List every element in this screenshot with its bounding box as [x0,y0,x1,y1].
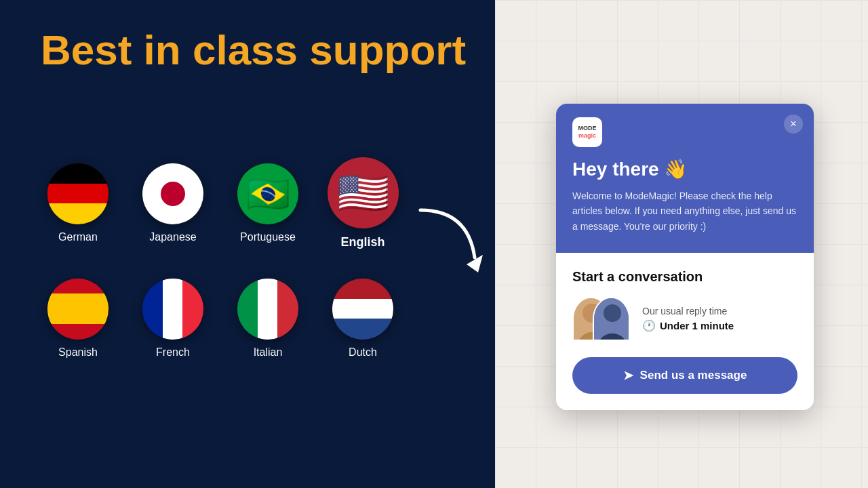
lang-item-italian[interactable]: Italian [224,264,312,373]
agent-avatar-2 [593,297,630,341]
send-button-label: Send us a message [640,369,747,382]
lang-label-spanish: Spanish [58,346,98,359]
lang-label-portuguese: Portuguese [240,231,296,243]
clock-icon: 🕐 [642,319,656,332]
flag-portuguese: 🇧🇷 [237,163,298,224]
svg-point-5 [604,304,621,322]
send-icon: ➤ [623,368,633,383]
reply-time-label: Our usual reply time [642,306,797,317]
lang-item-dutch[interactable]: Dutch [319,264,407,373]
flag-french [142,279,203,340]
chat-brand: MODEmagic [572,117,797,147]
send-message-button[interactable]: ➤ Send us a message [572,357,797,394]
lang-label-french: French [156,346,190,359]
flag-spanish [47,279,108,340]
lang-item-english[interactable]: 🇺🇸 English [319,149,407,258]
title-accent: support [309,26,466,73]
chat-greeting: Hey there 👋 [572,158,797,180]
chat-widget: MODEmagic × Hey there 👋 Welcome to ModeM… [556,104,814,410]
agent-reply-info: Our usual reply time 🕐 Under 1 minute [642,306,797,332]
flag-dutch [332,279,393,340]
language-grid: German Japanese 🇧🇷 Portuguese 🇺🇸 English… [34,149,407,373]
lang-item-japanese[interactable]: Japanese [129,149,217,258]
lang-item-french[interactable]: French [129,264,217,373]
lang-label-japanese: Japanese [149,231,196,243]
arrow-indicator [407,197,495,281]
lang-label-dutch: Dutch [349,346,377,359]
chat-welcome-text: Welcome to ModeMagic! Please check the h… [572,188,797,234]
header: Best in class support [41,27,466,73]
conversation-title: Start a conversation [572,269,797,285]
conversation-panel: Start a conversation [556,253,814,410]
brand-logo: MODEmagic [572,117,602,147]
close-button[interactable]: × [784,115,803,134]
page-title: Best in class support [41,27,466,73]
flag-italian [237,279,298,340]
lang-label-german: German [58,231,98,243]
agent-avatars [572,297,630,341]
title-plain: Best in class [41,26,309,73]
flag-english: 🇺🇸 [328,157,399,228]
chat-header-panel: MODEmagic × Hey there 👋 Welcome to ModeM… [556,104,814,253]
lang-item-german[interactable]: German [34,149,122,258]
flag-german [47,163,108,224]
lang-item-spanish[interactable]: Spanish [34,264,122,373]
agent-info-row: Our usual reply time 🕐 Under 1 minute [572,297,797,341]
lang-label-english: English [340,235,384,249]
flag-japanese [142,163,203,224]
lang-label-italian: Italian [254,346,283,359]
lang-item-portuguese[interactable]: 🇧🇷 Portuguese [224,149,312,258]
reply-time-value: 🕐 Under 1 minute [642,319,797,332]
reply-time-text: Under 1 minute [660,320,734,331]
